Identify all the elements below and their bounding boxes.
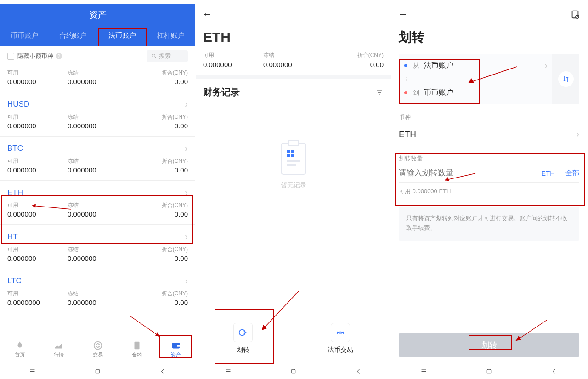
svg-rect-17 <box>291 369 295 373</box>
svg-point-13 <box>239 330 245 336</box>
filter-row: 隐藏小额币种 ? 搜索 <box>0 46 195 67</box>
menu-icon[interactable] <box>28 368 36 375</box>
search-container: 搜索 <box>62 50 188 62</box>
svg-rect-9 <box>96 369 100 373</box>
phone-transfer: ← 划转 从 法币账户 › 到 币币账户 币种 ETH › 划转数量 <box>391 0 587 379</box>
menu-icon[interactable] <box>224 368 232 375</box>
amount-input[interactable] <box>399 168 537 178</box>
currency-value: ETH <box>399 129 416 139</box>
records-title: 财务记录 <box>203 86 240 98</box>
summary-frozen: 0.000000 <box>68 78 128 86</box>
nav-assets[interactable]: 资产 <box>156 335 195 363</box>
home-icon[interactable] <box>485 368 493 375</box>
back-icon[interactable] <box>159 368 167 375</box>
from-label: 从 <box>413 62 419 70</box>
route-from[interactable]: 从 法币账户 › <box>399 54 552 77</box>
back-icon[interactable] <box>550 368 558 375</box>
chevron-right-icon: › <box>185 143 188 154</box>
help-icon[interactable]: ? <box>56 53 62 59</box>
summary-cny: 0.00 <box>128 78 188 86</box>
header-bar: ← <box>196 4 391 25</box>
chevron-right-icon: › <box>185 231 188 242</box>
bottom-nav: 首页 行情 交易 合约 资产 <box>0 335 195 363</box>
coin-row-husd[interactable]: HUSD › 可用0.000000 冻结0.000000 折合(CNY)0.00 <box>0 92 195 137</box>
route-to[interactable]: 到 币币账户 <box>399 81 552 104</box>
clipboard-icon <box>281 143 306 175</box>
col-frozen-label: 冻结 <box>68 69 128 77</box>
amount-unit: ETH <box>537 169 560 177</box>
tab-margin-account[interactable]: 杠杆账户 <box>147 26 195 46</box>
search-placeholder: 搜索 <box>159 52 171 60</box>
transfer-button[interactable]: 划转 <box>233 323 253 354</box>
svg-point-2 <box>94 342 102 350</box>
coin-row-eth[interactable]: ETH › 可用0.000000 冻结0.000000 折合(CNY)0.00 <box>0 181 195 225</box>
svg-rect-3 <box>134 342 139 350</box>
balance-avail: 0.000000 <box>203 61 263 69</box>
route-connector <box>399 77 552 81</box>
balance-cny: 0.00 <box>323 61 384 69</box>
coin-row-ltc[interactable]: LTC › 可用0.0000000 冻结0.000000 折合(CNY)0.00 <box>0 269 195 313</box>
coin-row-ht[interactable]: HT › 可用0.000000 冻结0.000000 折合(CNY)0.00 <box>0 225 195 269</box>
amount-all-button[interactable]: 全部 <box>560 169 579 178</box>
back-arrow-icon[interactable]: ← <box>202 8 212 20</box>
col-frozen-label: 冻结 <box>263 52 323 59</box>
chart-icon <box>54 340 64 350</box>
submit-button[interactable]: 划转 <box>399 333 579 357</box>
col-cny-label: 折合(CNY) <box>128 69 188 77</box>
coin-name: BTC <box>7 144 23 153</box>
tab-contract-account[interactable]: 合约账户 <box>49 26 97 46</box>
available-text: 可用 0.000000 ETH <box>399 187 579 195</box>
back-arrow-icon[interactable]: ← <box>398 8 408 20</box>
amount-input-row: ETH 全部 <box>399 168 579 183</box>
empty-text: 暂无记录 <box>281 181 306 190</box>
document-icon <box>132 340 142 350</box>
coin-row-btc[interactable]: BTC › 可用0.000000 冻结0.000000 折合(CNY)0.00 <box>0 137 195 181</box>
swap-button[interactable] <box>553 54 579 104</box>
fiat-icon <box>331 323 350 342</box>
phone-eth-detail: ← ETH 可用0.000000 冻结0.000000 折合(CNY)0.00 … <box>196 0 391 379</box>
nav-trade[interactable]: 交易 <box>78 335 117 363</box>
status-bar <box>0 0 195 4</box>
transfer-route-box: 从 法币账户 › 到 币币账户 <box>399 54 579 104</box>
home-icon[interactable] <box>94 368 102 375</box>
amount-label: 划转数量 <box>399 155 579 163</box>
assets-header: 资产 币币账户 合约账户 法币账户 杠杆账户 <box>0 4 195 46</box>
status-bar <box>391 0 587 4</box>
svg-rect-23 <box>487 369 491 373</box>
col-avail-label: 可用 <box>7 69 68 77</box>
search-input[interactable]: 搜索 <box>147 50 188 62</box>
history-icon[interactable] <box>570 9 580 19</box>
swap-vertical-icon <box>558 71 574 87</box>
header-bar: ← <box>391 4 587 25</box>
chevron-right-icon: › <box>185 99 188 109</box>
nav-contract[interactable]: 合约 <box>117 335 156 363</box>
currency-selector[interactable]: ETH › <box>391 125 587 146</box>
menu-icon[interactable] <box>420 368 428 375</box>
coin-name: ETH <box>7 188 23 197</box>
empty-state: 暂无记录 <box>196 106 391 316</box>
hide-small-checkbox[interactable] <box>7 53 14 60</box>
page-title: 划转 <box>391 25 587 54</box>
filter-icon[interactable] <box>375 88 384 97</box>
route-list: 从 法币账户 › 到 币币账户 <box>399 54 553 104</box>
to-value: 币币账户 <box>424 88 453 98</box>
from-value: 法币账户 <box>424 61 453 70</box>
chevron-right-icon: › <box>185 276 188 286</box>
tab-coin-account[interactable]: 币币账户 <box>0 26 49 46</box>
coin-name: LTC <box>7 276 22 286</box>
system-nav <box>391 363 587 379</box>
tab-fiat-account[interactable]: 法币账户 <box>98 26 147 46</box>
nav-market[interactable]: 行情 <box>39 335 78 363</box>
system-nav <box>196 363 391 379</box>
back-icon[interactable] <box>355 368 362 375</box>
chevron-right-icon: › <box>576 129 579 139</box>
svg-rect-5 <box>177 345 180 347</box>
nav-home[interactable]: 首页 <box>0 335 39 363</box>
summary-row: 可用0.000000 冻结0.000000 折合(CNY)0.00 <box>0 67 195 92</box>
coin-list: HUSD › 可用0.000000 冻结0.000000 折合(CNY)0.00… <box>0 92 195 335</box>
home-icon[interactable] <box>289 368 297 375</box>
svg-point-0 <box>152 54 155 57</box>
chevron-right-icon: › <box>544 60 548 71</box>
records-header: 财务记录 <box>196 79 391 106</box>
fiat-trade-button[interactable]: 法币交易 <box>328 323 353 354</box>
